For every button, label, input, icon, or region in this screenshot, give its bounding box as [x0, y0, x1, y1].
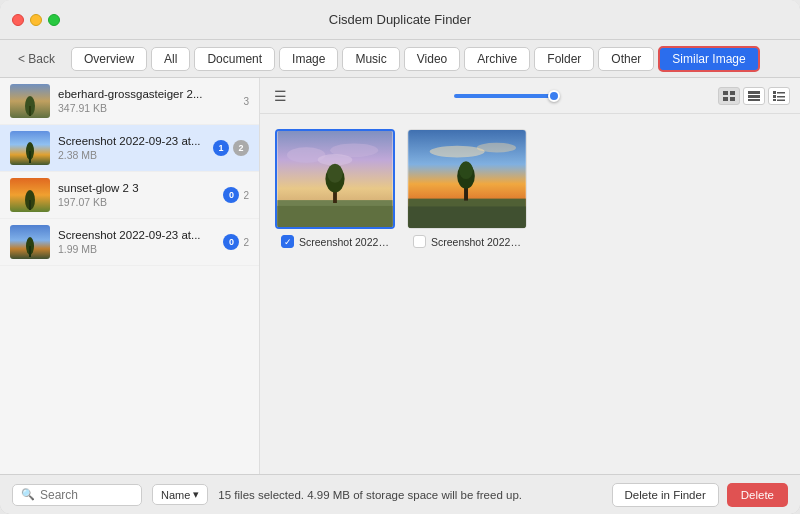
svg-rect-21 — [773, 95, 776, 98]
image-label: ✓ Screenshot 2022-0... — [281, 235, 389, 248]
file-badges: 3 — [243, 96, 249, 107]
svg-rect-16 — [748, 91, 760, 94]
svg-rect-20 — [777, 92, 785, 94]
file-name: Screenshot 2022-09-23 at... — [58, 229, 215, 241]
delete-button[interactable]: Delete — [727, 483, 788, 507]
image-frame — [407, 129, 527, 229]
file-thumbnail — [10, 178, 50, 212]
file-badges: 1 2 — [213, 140, 249, 156]
list-item[interactable]: sunset-glow 2 3 197.07 KB 0 2 — [0, 172, 259, 219]
list-item[interactable]: Screenshot 2022-09-23 at... 1.99 MB 0 2 — [0, 219, 259, 266]
list-item[interactable]: eberhard-grossgasteiger 2... 347.91 KB 3 — [0, 78, 259, 125]
delete-in-finder-button[interactable]: Delete in Finder — [612, 483, 719, 507]
list-item[interactable]: Screenshot 2022-09-23 at... 2.38 MB 1 2 — [0, 125, 259, 172]
svg-rect-8 — [29, 200, 31, 210]
tab-folder[interactable]: Folder — [534, 47, 594, 71]
search-box: 🔍 — [12, 484, 142, 506]
svg-rect-19 — [773, 91, 776, 94]
sort-label: Name — [161, 489, 190, 501]
image-checkbox[interactable] — [413, 235, 426, 248]
tab-video[interactable]: Video — [404, 47, 460, 71]
main-content: eberhard-grossgasteiger 2... 347.91 KB 3 — [0, 78, 800, 474]
badge-blue: 1 — [213, 140, 229, 156]
image-frame — [275, 129, 395, 229]
medium-view-button[interactable] — [743, 87, 765, 105]
image-filename: Screenshot 2022-0... — [299, 236, 389, 248]
tabbar: < Back Overview All Document Image Music… — [0, 40, 800, 78]
image-preview-panel: ☰ — [260, 78, 800, 474]
back-button[interactable]: < Back — [10, 49, 63, 69]
svg-rect-11 — [29, 246, 31, 257]
badge-blue: 0 — [223, 234, 239, 250]
grid-view-button[interactable] — [718, 87, 740, 105]
slider-thumb — [548, 90, 560, 102]
action-buttons: Delete in Finder Delete — [612, 483, 788, 507]
file-badges: 0 2 — [223, 234, 249, 250]
svg-point-41 — [459, 161, 473, 179]
image-filename: Screenshot 2022-0... — [431, 236, 521, 248]
sort-button[interactable]: Name ▾ — [152, 484, 208, 505]
zoom-slider[interactable] — [454, 94, 554, 98]
file-name: Screenshot 2022-09-23 at... — [58, 135, 205, 147]
select-all-button[interactable]: ☰ — [270, 88, 290, 104]
search-input[interactable] — [40, 488, 130, 502]
svg-rect-14 — [723, 97, 728, 101]
file-size: 197.07 KB — [58, 196, 215, 208]
app-window: Cisdem Duplicate Finder < Back Overview … — [0, 0, 800, 514]
svg-rect-18 — [748, 99, 760, 101]
image-card[interactable]: ✓ Screenshot 2022-0... — [275, 129, 395, 248]
tab-image[interactable]: Image — [279, 47, 338, 71]
svg-rect-23 — [773, 99, 776, 101]
tab-archive[interactable]: Archive — [464, 47, 530, 71]
svg-rect-17 — [748, 95, 760, 98]
image-card[interactable]: Screenshot 2022-0... — [407, 129, 527, 248]
image-grid: ✓ Screenshot 2022-0... — [260, 114, 800, 474]
tab-all[interactable]: All — [151, 47, 190, 71]
file-info: Screenshot 2022-09-23 at... 1.99 MB — [58, 229, 215, 255]
svg-point-35 — [430, 146, 485, 158]
file-name: eberhard-grossgasteiger 2... — [58, 88, 235, 100]
file-size: 347.91 KB — [58, 102, 235, 114]
file-size: 2.38 MB — [58, 149, 205, 161]
tab-overview[interactable]: Overview — [71, 47, 147, 71]
file-count: 3 — [243, 96, 249, 107]
window-title: Cisdem Duplicate Finder — [329, 12, 471, 27]
titlebar: Cisdem Duplicate Finder — [0, 0, 800, 40]
image-checkbox[interactable]: ✓ — [281, 235, 294, 248]
zoom-slider-container — [298, 94, 710, 98]
tab-document[interactable]: Document — [194, 47, 275, 71]
traffic-lights — [12, 14, 60, 26]
tab-other[interactable]: Other — [598, 47, 654, 71]
file-size: 1.99 MB — [58, 243, 215, 255]
file-count: 2 — [243, 237, 249, 248]
list-view-button[interactable] — [768, 87, 790, 105]
file-thumbnail — [10, 131, 50, 165]
sort-chevron-icon: ▾ — [193, 488, 199, 501]
svg-rect-15 — [730, 97, 735, 101]
svg-point-33 — [327, 164, 342, 183]
bottombar: 🔍 Name ▾ 15 files selected. 4.99 MB of s… — [0, 474, 800, 514]
file-info: sunset-glow 2 3 197.07 KB — [58, 182, 215, 208]
file-info: eberhard-grossgasteiger 2... 347.91 KB — [58, 88, 235, 114]
svg-rect-5 — [29, 151, 31, 163]
image-label: Screenshot 2022-0... — [413, 235, 521, 248]
svg-rect-38 — [408, 206, 526, 228]
minimize-button[interactable] — [30, 14, 42, 26]
svg-rect-12 — [723, 91, 728, 95]
file-list-panel: eberhard-grossgasteiger 2... 347.91 KB 3 — [0, 78, 260, 474]
file-thumbnail — [10, 84, 50, 118]
file-count: 2 — [243, 190, 249, 201]
file-badges: 0 2 — [223, 187, 249, 203]
badge-blue: 0 — [223, 187, 239, 203]
file-name: sunset-glow 2 3 — [58, 182, 215, 194]
maximize-button[interactable] — [48, 14, 60, 26]
view-toggle — [718, 87, 790, 105]
right-toolbar: ☰ — [260, 78, 800, 114]
tab-music[interactable]: Music — [342, 47, 399, 71]
svg-rect-2 — [29, 106, 31, 116]
tab-similar-image[interactable]: Similar Image — [658, 46, 759, 72]
svg-point-36 — [477, 143, 516, 153]
close-button[interactable] — [12, 14, 24, 26]
svg-rect-30 — [277, 206, 392, 227]
file-thumbnail — [10, 225, 50, 259]
